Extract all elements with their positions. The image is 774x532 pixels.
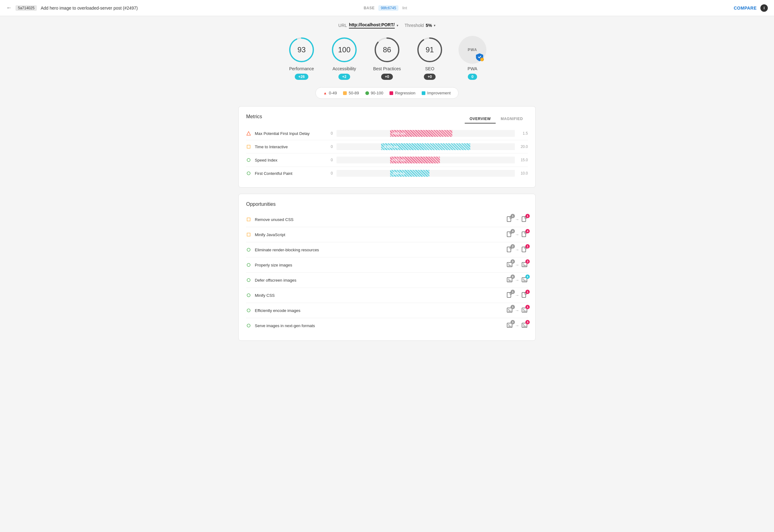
defer-offscreen-compare-file-icon[interactable]: 6 — [521, 276, 528, 284]
encode-images-base-file-icon[interactable]: 1 — [506, 307, 513, 314]
properly-size-compare-badge: 3 — [525, 259, 530, 264]
url-selector[interactable]: URL http://localhost:PORT/ ▾ — [338, 22, 399, 28]
defer-offscreen-compare-badge: 6 — [525, 275, 530, 279]
encode-images-icon — [246, 308, 251, 313]
tti-name: Time to Interactive — [255, 145, 323, 149]
metric-row-fcp: First Contentful Paint 0 -259 ms 10.0 — [246, 167, 528, 180]
opp-row-minify-css: Minify CSS 1 → 1 — [246, 288, 528, 303]
metric-row-tti: Time to Interactive 0 -9,950 ms 20.0 — [246, 140, 528, 154]
best-practices-badge: +0 — [381, 74, 393, 80]
metric-row-fid: Max Potential First Input Delay 0 +566 m… — [246, 127, 528, 140]
circle-green-icon — [365, 91, 369, 95]
tti-score: 20.0 — [519, 145, 528, 149]
legend-50-89-label: 50-89 — [348, 91, 359, 95]
render-blocking-compare-file-icon[interactable]: 1 — [521, 246, 528, 253]
defer-offscreen-base-badge: 6 — [511, 275, 515, 279]
score-accessibility: 100 Accessibility +2 — [330, 36, 358, 80]
next-gen-icon — [246, 323, 251, 328]
url-label: URL — [338, 23, 347, 28]
opp-row-encode-images: Efficiently encode images 1 → 1 — [246, 303, 528, 318]
defer-offscreen-actions: 6 → 6 — [506, 276, 528, 284]
square-orange-icon — [343, 91, 347, 95]
tti-bar: -9,950 ms — [336, 143, 515, 150]
si-bar: +767 ms — [336, 157, 515, 163]
minify-js-name: Minify JavaScript — [255, 232, 503, 237]
legend-improvement: Improvement — [422, 91, 451, 95]
encode-images-compare-file-icon[interactable]: 1 — [521, 307, 528, 314]
si-score: 15.0 — [519, 158, 528, 162]
tti-icon — [246, 144, 251, 149]
defer-offscreen-name: Defer offscreen images — [255, 278, 503, 283]
minify-css-actions: 1 → 1 — [506, 292, 528, 299]
base-label: BASE — [364, 6, 374, 10]
encode-images-arrow-icon: → — [515, 308, 519, 313]
minify-js-compare-file-icon[interactable]: 4 — [521, 231, 528, 238]
legend-50-89: 50-89 — [343, 91, 359, 95]
next-gen-arrow-icon: → — [515, 323, 519, 328]
legend-90-100: 90-100 — [365, 91, 383, 95]
minify-js-base-badge: 4 — [511, 229, 515, 233]
minify-css-compare-file-icon[interactable]: 1 — [521, 292, 528, 299]
legend-improvement-label: Improvement — [427, 91, 451, 95]
seo-badge: +0 — [424, 74, 436, 80]
properly-size-compare-file-icon[interactable]: 3 — [521, 261, 528, 269]
next-gen-base-file-icon[interactable]: 3 — [506, 322, 513, 329]
fcp-bar-label: -259 ms — [392, 171, 405, 175]
next-gen-compare-file-icon[interactable]: 3 — [521, 322, 528, 329]
si-icon — [246, 158, 251, 162]
fcp-score: 10.0 — [519, 171, 528, 175]
render-blocking-icon — [246, 247, 251, 252]
svg-rect-14 — [247, 218, 250, 221]
svg-point-26 — [508, 263, 509, 265]
fid-bar: +566 ms — [336, 130, 515, 137]
pwa-badge: 0 — [468, 74, 478, 80]
legend-0-49-label: 0-49 — [329, 91, 337, 95]
header: ← 5a714025 Add hero image to overloaded-… — [0, 0, 774, 16]
properly-size-arrow-icon: → — [515, 262, 519, 267]
next-gen-name: Serve images in next-gen formats — [255, 323, 503, 328]
svg-point-47 — [247, 324, 250, 327]
render-blocking-base-file-icon[interactable]: 2 — [506, 246, 513, 253]
compare-button[interactable]: COMPARE — [734, 6, 757, 11]
minify-css-base-file-icon[interactable]: 1 — [506, 292, 513, 299]
encode-images-name: Efficiently encode images — [255, 308, 503, 313]
svg-point-20 — [247, 248, 250, 251]
svg-point-40 — [247, 309, 250, 312]
tab-magnified[interactable]: MAGNIFIED — [496, 115, 528, 123]
properly-size-base-file-icon[interactable]: 0 — [506, 261, 513, 269]
unused-css-base-file-icon[interactable]: 1 — [506, 216, 513, 223]
opp-row-defer-offscreen: Defer offscreen images 6 → 6 — [246, 273, 528, 288]
score-pwa: PWA ⚡ PWA 0 — [459, 36, 487, 80]
back-button[interactable]: ← — [6, 5, 12, 11]
base-commit-badge: 5a714025 — [15, 5, 37, 11]
fid-score: 1.5 — [519, 131, 528, 136]
tti-bar-label: -9,950 ms — [383, 145, 399, 149]
fid-name: Max Potential First Input Delay — [255, 131, 323, 136]
minify-css-base-badge: 1 — [511, 290, 515, 294]
tab-overview[interactable]: OVERVIEW — [465, 115, 496, 123]
triangle-icon: ▲ — [323, 91, 327, 95]
svg-point-33 — [508, 279, 509, 280]
url-value: http://localhost:PORT/ — [349, 22, 395, 28]
unused-css-icon — [246, 217, 251, 222]
render-blocking-name: Eliminate render-blocking resources — [255, 248, 503, 252]
best-practices-circle: 86 — [373, 36, 401, 64]
defer-offscreen-base-file-icon[interactable]: 6 — [506, 276, 513, 284]
svg-point-30 — [247, 279, 250, 282]
best-practices-label: Best Practices — [373, 66, 401, 71]
square-red-icon — [390, 91, 393, 95]
pwa-shield-icon: ⚡ — [475, 53, 484, 61]
unused-css-compare-file-icon[interactable]: 1 — [521, 216, 528, 223]
metrics-tabs: OVERVIEW MAGNIFIED — [465, 115, 528, 123]
unused-css-name: Remove unused CSS — [255, 217, 503, 222]
minify-js-base-file-icon[interactable]: 4 — [506, 231, 513, 238]
minify-js-actions: 4 → 4 — [506, 231, 528, 238]
threshold-selector[interactable]: Threshold 5% ▾ — [405, 23, 436, 28]
info-icon[interactable]: i — [760, 4, 768, 12]
unused-css-compare-badge: 1 — [525, 214, 530, 218]
opp-row-render-blocking: Eliminate render-blocking resources 2 → … — [246, 242, 528, 257]
legend-regression-label: Regression — [395, 91, 416, 95]
encode-images-compare-badge: 1 — [525, 305, 530, 309]
performance-label: Performance — [289, 66, 314, 71]
next-gen-base-badge: 3 — [511, 320, 515, 324]
